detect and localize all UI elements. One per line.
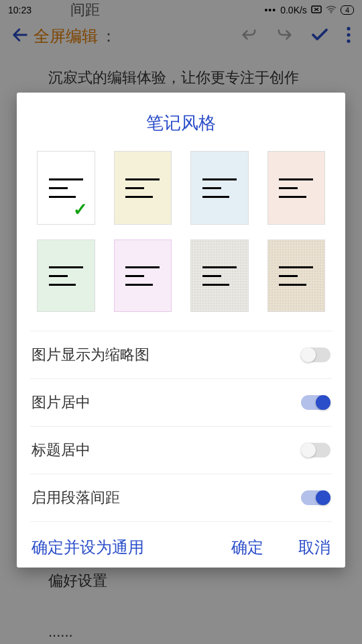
- toggle-thumbnail[interactable]: [301, 347, 330, 362]
- setting-paragraph-spacing: 启用段落间距: [30, 474, 332, 522]
- dialog-title: 笔记风格: [17, 93, 345, 151]
- setting-title-center: 标题居中: [30, 427, 332, 474]
- cancel-button[interactable]: 取消: [298, 537, 330, 558]
- setting-label: 图片居中: [32, 392, 90, 413]
- style-option-peach[interactable]: [267, 151, 326, 225]
- style-option-paper-light[interactable]: [190, 239, 249, 312]
- style-option-cream[interactable]: [114, 151, 172, 225]
- style-option-white[interactable]: ✓: [37, 151, 95, 225]
- toggle-paragraph-spacing[interactable]: [301, 490, 330, 505]
- setting-label: 图片显示为缩略图: [32, 345, 149, 365]
- settings-list: 图片显示为缩略图 图片居中 标题居中 启用段落间距: [17, 331, 345, 522]
- ok-button[interactable]: 确定: [231, 537, 263, 558]
- note-style-dialog: 笔记风格 ✓ 图片显示为缩略图: [17, 93, 345, 568]
- setting-image-center: 图片居中: [30, 379, 332, 427]
- style-option-mint[interactable]: [37, 239, 95, 312]
- style-option-sky[interactable]: [190, 151, 249, 225]
- toggle-title-center[interactable]: [301, 443, 330, 458]
- setting-thumbnail: 图片显示为缩略图: [30, 331, 332, 379]
- setting-label: 启用段落间距: [32, 488, 120, 508]
- style-option-pink[interactable]: [114, 239, 172, 312]
- style-grid: ✓: [17, 151, 345, 331]
- set-default-button[interactable]: 确定并设为通用: [32, 537, 144, 558]
- setting-label: 标题居中: [32, 440, 90, 460]
- style-option-paper-tan[interactable]: [267, 239, 326, 312]
- check-icon: ✓: [73, 199, 88, 220]
- toggle-image-center[interactable]: [301, 395, 330, 410]
- dialog-actions: 确定并设为通用 确定 取消: [17, 522, 345, 576]
